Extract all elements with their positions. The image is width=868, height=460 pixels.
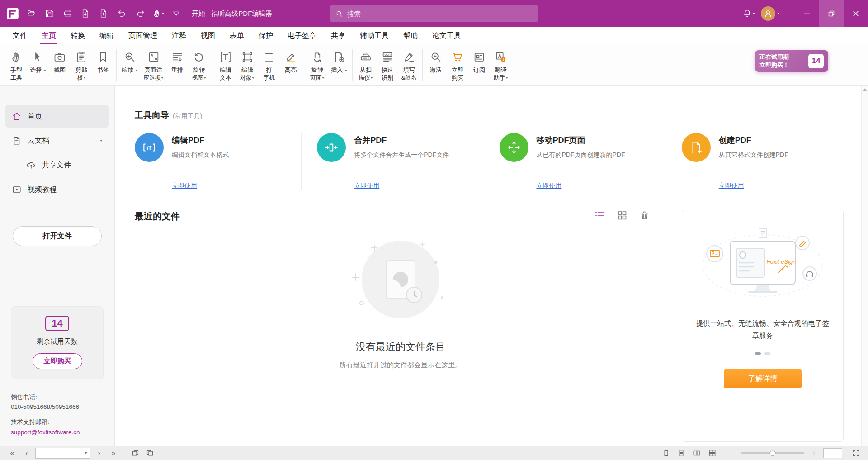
ribbon-reflow[interactable]: 重排 — [166, 48, 188, 75]
ribbon-hand-tool[interactable]: 手型 工具 — [5, 48, 27, 83]
list-view-button[interactable] — [594, 210, 605, 223]
use-now-link[interactable]: 立即使用 — [719, 182, 836, 190]
grid-view-button[interactable] — [617, 210, 627, 223]
page-number-input[interactable] — [38, 450, 82, 456]
ribbon-edit-text[interactable]: 编辑 文本 — [215, 48, 236, 83]
scroll-up-arrow-icon[interactable] — [863, 88, 867, 91]
contact-info: 销售电话: 010-50951668/50951666 技术支持邮箱: supp… — [11, 393, 104, 437]
menu-esign[interactable]: 电子签章 — [280, 27, 324, 44]
close-button[interactable] — [844, 0, 868, 27]
ribbon-label: 截图 — [54, 66, 66, 73]
open-file-pill-button[interactable]: 打开文件 — [13, 226, 102, 246]
menu-file[interactable]: 文件 — [5, 27, 34, 44]
hand-mode-button[interactable] — [149, 4, 167, 24]
save-button[interactable] — [41, 4, 59, 24]
edit-object-icon — [241, 49, 254, 65]
menu-form[interactable]: 表单 — [222, 27, 251, 44]
ribbon-clipboard[interactable]: 剪贴 板 — [71, 48, 92, 83]
account-button[interactable] — [758, 4, 783, 24]
zoom-slider[interactable] — [741, 452, 804, 454]
ribbon-translate-assistant[interactable]: A文 翻译 助手 — [490, 48, 512, 83]
menu-help[interactable]: 帮助 — [396, 27, 425, 44]
export-pdf-button[interactable] — [77, 4, 95, 24]
learn-more-button[interactable]: 了解详情 — [724, 369, 802, 388]
ribbon-activate[interactable]: 激活 — [425, 48, 447, 75]
menu-convert[interactable]: 转换 — [63, 27, 92, 44]
sidebar-item-cloud-docs[interactable]: 云文档 — [5, 129, 109, 152]
ribbon-from-scanner[interactable]: 从扫 描仪 — [355, 48, 377, 83]
menu-paper-tools[interactable]: 论文工具 — [425, 27, 468, 44]
menu-edit[interactable]: 编辑 — [92, 27, 121, 44]
print-button[interactable] — [59, 4, 77, 24]
previous-view-button[interactable] — [129, 448, 141, 459]
fullscreen-button[interactable] — [850, 448, 862, 459]
menu-comment[interactable]: 注释 — [165, 27, 193, 44]
vertical-scrollbar[interactable] — [861, 86, 868, 446]
carousel-dot-active[interactable] — [755, 352, 761, 355]
zoom-in-button[interactable] — [808, 448, 820, 459]
use-now-link[interactable]: 立即使用 — [354, 182, 472, 190]
ribbon-page-fit[interactable]: 页面适 应选项 — [141, 48, 166, 83]
create-document-button[interactable] — [95, 4, 113, 24]
expand-caret-icon[interactable] — [100, 140, 103, 142]
support-email-link[interactable]: support@foxitsoftware.cn — [11, 428, 104, 437]
dropdown-caret-icon — [370, 77, 373, 79]
next-view-button[interactable] — [144, 448, 156, 459]
redo-button[interactable] — [131, 4, 149, 24]
menu-accessibility[interactable]: 辅助工具 — [353, 27, 396, 44]
ribbon-label: 重排 — [171, 66, 183, 73]
ribbon-rotate-pages[interactable]: 旋转 页面 — [307, 48, 328, 83]
empty-files-illustration — [346, 234, 455, 325]
previous-page-button[interactable]: ‹ — [21, 448, 33, 459]
trial-purchase-badge[interactable]: 正在试用期 立即购买！ 14 — [755, 50, 828, 72]
buy-now-pill-button[interactable]: 立即购买 — [33, 353, 82, 369]
ribbon-edit-object[interactable]: 编辑 对象 — [236, 48, 258, 83]
search-input[interactable] — [347, 10, 533, 18]
edit-text-icon — [219, 49, 232, 65]
ribbon-zoom[interactable]: 缩放 — [119, 48, 141, 75]
customize-toolbar-button[interactable] — [167, 4, 185, 24]
page-number-combo[interactable] — [35, 448, 90, 459]
sidebar-item-home[interactable]: 首页 — [5, 105, 109, 128]
ribbon-bookmark[interactable]: 书签 — [92, 48, 114, 75]
continuous-view-button[interactable] — [675, 448, 687, 459]
notifications-button[interactable] — [740, 4, 758, 24]
clear-recent-button[interactable] — [639, 210, 650, 223]
ribbon-rotate-view[interactable]: 旋转 视图 — [188, 48, 210, 83]
ribbon-quick-ocr[interactable]: OCR 快速 识别 — [377, 48, 398, 83]
ribbon-fill-sign[interactable]: 填写 &签名 — [398, 48, 420, 83]
zoom-slider-thumb[interactable] — [770, 450, 776, 456]
use-now-link[interactable]: 立即使用 — [537, 182, 654, 190]
ribbon-typewriter[interactable]: 打 字机 — [258, 48, 280, 83]
facing-continuous-view-button[interactable] — [706, 448, 718, 459]
sidebar-item-shared-files[interactable]: 共享文件 — [5, 154, 109, 176]
undo-button[interactable] — [113, 4, 131, 24]
single-page-view-button[interactable] — [660, 448, 672, 459]
menu-share[interactable]: 共享 — [324, 27, 353, 44]
ribbon-snapshot[interactable]: 截图 — [49, 48, 71, 75]
ribbon-highlight[interactable]: 高亮 — [280, 48, 302, 75]
last-page-button[interactable]: » — [108, 448, 119, 459]
zoom-value-box[interactable] — [823, 448, 842, 458]
facing-view-button[interactable] — [691, 448, 703, 459]
minimize-button[interactable] — [795, 0, 819, 27]
ribbon-buy-now[interactable]: 立即 购买 — [447, 48, 468, 83]
menu-view[interactable]: 视图 — [193, 27, 222, 44]
menu-home[interactable]: 主页 — [34, 27, 63, 44]
statusbar-separator — [722, 449, 722, 457]
menu-page-management[interactable]: 页面管理 — [121, 27, 165, 44]
zoom-out-button[interactable] — [726, 448, 737, 459]
use-now-link[interactable]: 立即使用 — [172, 182, 289, 190]
ribbon-insert[interactable]: 插入 — [328, 48, 350, 75]
first-page-button[interactable]: « — [6, 448, 18, 459]
sidebar-item-video-tutorials[interactable]: 视频教程 — [5, 178, 109, 201]
ribbon-subscribe[interactable]: 订阅 — [468, 48, 490, 75]
restore-button[interactable] — [819, 0, 844, 27]
next-page-button[interactable]: › — [93, 448, 105, 459]
menu-protect[interactable]: 保护 — [251, 27, 280, 44]
search-box[interactable] — [330, 5, 538, 22]
activate-icon — [429, 49, 442, 65]
carousel-dot[interactable] — [764, 352, 770, 355]
ribbon-select[interactable]: 选择 — [27, 48, 49, 75]
open-file-button[interactable] — [23, 4, 41, 24]
